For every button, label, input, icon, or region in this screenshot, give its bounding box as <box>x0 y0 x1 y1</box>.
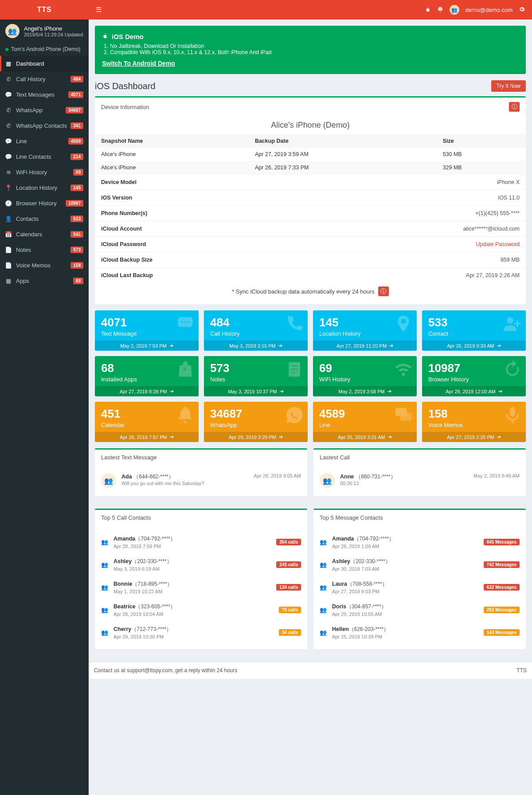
refresh-icon <box>503 360 522 384</box>
switch-android-link[interactable]: Switch To Android Demo <box>102 60 175 67</box>
bag-icon <box>176 360 195 384</box>
nav-badge: 341 <box>70 122 83 129</box>
device-name: Angel's iPhone <box>24 25 83 32</box>
pin-icon <box>394 314 413 338</box>
contact-row[interactable]: 👥Amanda（704-792-****）Apr 28, 2019 7:59 P… <box>101 531 301 553</box>
sidebar-item-whatsapp-contacts[interactable]: ✆WhatsApp Contacts341 <box>0 118 89 133</box>
table-row[interactable]: Alice's iPhoneApr 26, 2019 7:33 PM329 MB <box>95 161 526 174</box>
apple-icon[interactable] <box>425 6 431 14</box>
tile-call-history[interactable]: 484Call HistoryMay 3, 2019 3:15 PM➔ <box>204 310 308 351</box>
contact-row[interactable]: 👥Laura（708-558-****）Apr 27, 2019 8:03 PM… <box>320 576 520 599</box>
contact-row[interactable]: 👥Beatrice（323-605-****）Apr 28, 2019 10:0… <box>101 599 301 621</box>
nav-badge: 10987 <box>66 200 83 207</box>
table-row[interactable]: Alice's iPhoneApr 27, 2019 3:59 AM530 MB <box>95 148 526 161</box>
try-it-now-button[interactable]: Try It Now <box>491 80 526 92</box>
menu-toggle-icon[interactable]: ☰ <box>96 6 102 14</box>
apps-icon: ▦ <box>5 278 12 284</box>
nav-badge: 145 <box>70 184 83 191</box>
kv-value: Apr 27, 2019 2:26 AM <box>466 272 520 278</box>
arrow-right-icon: ➔ <box>388 434 392 440</box>
sidebar-item-notes[interactable]: 📄Notes573 <box>0 242 89 258</box>
tile-calendar[interactable]: 451CalendarApr 26, 2019 7:57 PM➔ <box>95 402 199 442</box>
topbar-avatar[interactable]: 👥 <box>450 5 459 15</box>
count-badge: 742 Messages <box>484 561 520 568</box>
arrow-right-icon: ➔ <box>170 388 174 394</box>
alt-device[interactable]: Tom's Android Phone (Demo) <box>0 43 89 56</box>
kv-row: iCloud Backup Size859 MB <box>95 252 526 267</box>
brand-logo[interactable]: TTS <box>0 0 89 20</box>
contact-row[interactable]: 👥Doris（304-857-****）Apr 29, 2019 10:55 A… <box>320 599 520 621</box>
ios-demo-callout: iOS Demo No Jailbreak, Download Or Insta… <box>95 26 526 74</box>
contact-row[interactable]: 👥Ashley（202-330-****）May 3, 2019 6:19 AM… <box>101 553 301 576</box>
sidebar-item-line[interactable]: 💬Line4589 <box>0 133 89 149</box>
arrow-right-icon: ➔ <box>278 343 282 349</box>
tile-voice-memos[interactable]: 158Voice MemosApr 27, 2019 2:25 PM➔ <box>422 402 526 442</box>
avatar: 👥 <box>320 607 327 613</box>
sidebar-item-contacts[interactable]: 👤Contacts533 <box>0 211 89 227</box>
sidebar-item-line-contacts[interactable]: 💬Line Contacts214 <box>0 149 89 164</box>
tile-wifi-history[interactable]: 69WiFi HistoryMay 2, 2019 3:58 PM➔ <box>313 356 417 396</box>
tile-whatsapp[interactable]: 34687WhatsAppApr 29, 2019 3:29 PM➔ <box>204 402 308 442</box>
kv-row: iCloud Last BackupApr 27, 2019 2:26 AM <box>95 267 526 283</box>
tile-location-history[interactable]: 145Location HistoryApr 27, 2019 11:20 PM… <box>313 310 417 351</box>
arrow-right-icon: ➔ <box>169 343 173 349</box>
contact-row[interactable]: 👥Ashley（202-330-****）Apr 30, 2019 7:03 A… <box>320 553 520 576</box>
count-badge: 632 Messages <box>484 584 520 591</box>
sidebar-item-wifi-history[interactable]: ≋WiFi History69 <box>0 164 89 180</box>
tile-text-message[interactable]: 4071Text MessageMay 2, 2019 7:53 PM➔ <box>95 310 199 351</box>
contact-row[interactable]: 👥Amanda（704-792-****）Apr 26, 2019 1:09 A… <box>320 531 520 553</box>
page-title: iOS Dashboard <box>95 81 156 91</box>
topbar: ☰ 👥 demo@demo.com <box>89 0 532 20</box>
arrow-right-icon: ➔ <box>497 434 501 440</box>
nav-badge: 34687 <box>66 107 83 114</box>
kv-row: Phone Number(s)+(1)(425) 555-**** <box>95 205 526 221</box>
wifi-icon <box>394 360 413 384</box>
contact-row[interactable]: 👥Bonnie（718-895-****）May 1, 2019 10:22 A… <box>101 576 301 599</box>
tile-contact[interactable]: 533ContactApr 26, 2019 9:33 AM➔ <box>422 310 526 351</box>
nav-badge: 214 <box>70 153 83 160</box>
info-icon[interactable]: ⓘ <box>509 102 520 112</box>
comment-icon: 💬 <box>5 91 12 98</box>
nav-badge: 541 <box>70 231 83 238</box>
sidebar-item-whatsapp[interactable]: ✆WhatsApp34687 <box>0 102 89 118</box>
gears-icon[interactable] <box>519 6 525 14</box>
sidebar-profile[interactable]: 👥 Angel's iPhone 2019/5/4 11:29:24 Updat… <box>0 20 89 43</box>
snapshot-table: Snapshot Name Backup Date Size Alice's i… <box>95 134 526 174</box>
wifi-icon: ≋ <box>5 169 12 176</box>
tile-browser-history[interactable]: 10987Browser HistoryApr 28, 2019 12:00 A… <box>422 356 526 396</box>
sidebar-item-calendars[interactable]: 📅Calendars541 <box>0 227 89 242</box>
avatar: 👥 <box>101 473 116 488</box>
count-badge: 253 Messages <box>484 607 520 613</box>
svg-point-1 <box>181 321 183 323</box>
sidebar-item-voice-memos[interactable]: 📄Voice Memos158 <box>0 258 89 273</box>
tile-installed-apps[interactable]: 68Installed AppsApr 27, 2019 8:28 PM➔ <box>95 356 199 396</box>
contact-row[interactable]: 👥Cherry（712-773-****）Apr 29, 2019 10:30 … <box>101 621 301 644</box>
mic-icon <box>503 405 522 429</box>
svg-point-4 <box>507 317 513 324</box>
arrow-right-icon: ➔ <box>170 434 174 440</box>
avatar: 👥 <box>101 607 108 613</box>
adduser-icon <box>503 314 522 338</box>
android-icon[interactable] <box>437 6 443 14</box>
avatar: 👥 <box>101 539 108 545</box>
grid-icon: ▦ <box>5 60 12 67</box>
contact-row[interactable]: 👥Hellen（626-203-****）Apr 25, 2019 10:39 … <box>320 621 520 644</box>
sidebar-item-text-messages[interactable]: 💬Text Messages4071 <box>0 87 89 102</box>
svg-rect-10 <box>400 413 412 421</box>
wa2-icon <box>285 405 304 429</box>
sidebar-item-location-history[interactable]: 📍Location History145 <box>0 180 89 196</box>
demo-device-title: Alice's iPhone (Demo) <box>95 116 526 134</box>
tile-notes[interactable]: 573NotesMay 3, 2019 10:37 PM➔ <box>204 356 308 396</box>
chats-icon <box>394 405 413 429</box>
topbar-email[interactable]: demo@demo.com <box>466 7 512 13</box>
avatar: 👥 <box>320 584 327 591</box>
sidebar-item-apps[interactable]: ▦Apps68 <box>0 273 89 289</box>
apple-icon <box>102 33 108 40</box>
arrow-right-icon: ➔ <box>279 434 283 440</box>
sidebar-item-dashboard[interactable]: ▦Dashboard <box>0 56 89 71</box>
sidebar-item-call-history[interactable]: ✆Call History484 <box>0 71 89 87</box>
sidebar-item-browser-history[interactable]: 🕘Browser History10987 <box>0 196 89 211</box>
update-password-link[interactable]: Update Password <box>476 241 520 247</box>
sync-info-icon[interactable]: ⓘ <box>378 286 389 296</box>
tile-line[interactable]: 4589LineApr 26, 2019 3:31 AM➔ <box>313 402 417 442</box>
